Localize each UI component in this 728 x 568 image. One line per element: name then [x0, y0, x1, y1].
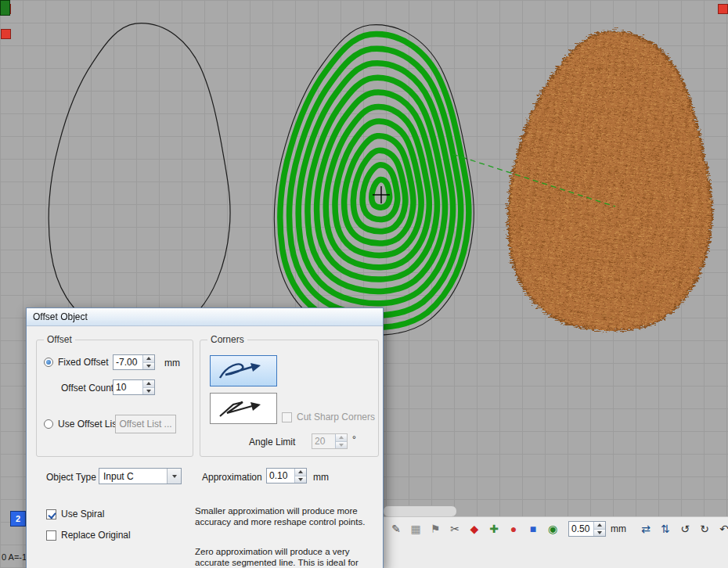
- rotate-ccw-icon[interactable]: ↺: [676, 520, 694, 537]
- radio-selected-icon: [44, 358, 53, 367]
- sharp-corner-icon: [216, 360, 271, 382]
- stitch-tools-group: ✎▦⚑✂◆✚●■◉: [387, 520, 561, 537]
- spin-up-icon[interactable]: [336, 434, 347, 441]
- blue-block-icon[interactable]: ■: [524, 520, 542, 537]
- rotate-left-45-icon[interactable]: ↶: [715, 520, 728, 537]
- checkbox-checked-icon: [46, 509, 56, 519]
- spin-down-icon[interactable]: [143, 362, 154, 370]
- red-stop-icon[interactable]: ◆: [466, 520, 483, 537]
- pencil-edit-icon[interactable]: ✎: [387, 520, 405, 537]
- cut-sharp-corners-checkbox[interactable]: Cut Sharp Corners: [282, 412, 375, 422]
- stitch-grid-icon[interactable]: ▦: [407, 520, 424, 537]
- fixed-offset-radio[interactable]: Fixed Offset: [44, 357, 108, 368]
- color-swatch-2[interactable]: 2: [10, 511, 26, 527]
- angle-limit-spinner[interactable]: [312, 433, 348, 449]
- checkbox-unchecked-icon: [46, 530, 56, 541]
- stitched-object[interactable]: [506, 30, 710, 329]
- spin-down-icon[interactable]: [143, 387, 154, 395]
- flag-function-icon[interactable]: ⚑: [427, 520, 444, 537]
- approximation-input[interactable]: [267, 469, 294, 483]
- transform-tools-group: ⇄⇅↺↻↶↷: [637, 520, 728, 537]
- bottom-toolbar: ✎▦⚑✂◆✚●■◉ mm ⇄⇅↺↻↶↷: [382, 516, 728, 568]
- use-spiral-label: Use Spiral: [61, 509, 104, 519]
- cut-corner-icon: [216, 397, 271, 419]
- embroidery-app-window: 2 0 A=-14 ✎▦⚑✂◆✚●■◉ mm ⇄⇅↺↻↶↷ Offset Obj…: [0, 0, 728, 568]
- spiral-offset-object[interactable]: [274, 25, 474, 336]
- spin-up-icon[interactable]: [143, 380, 154, 387]
- approximation-note: Smaller approximation will produce more …: [195, 505, 377, 528]
- spin-down-icon[interactable]: [295, 476, 306, 484]
- start-point-icon[interactable]: ◉: [544, 520, 561, 537]
- use-offset-list-radio[interactable]: Use Offset List: [44, 419, 119, 430]
- fixed-offset-spinner[interactable]: [113, 354, 155, 370]
- angle-limit-input[interactable]: [312, 434, 335, 448]
- spin-down-icon[interactable]: [336, 441, 347, 449]
- angle-limit-label: Angle Limit: [249, 437, 295, 448]
- approximation-spinner[interactable]: [266, 468, 307, 484]
- use-spiral-checkbox[interactable]: Use Spiral: [46, 509, 104, 519]
- radio-unselected-icon: [44, 419, 53, 429]
- mirror-vertical-icon[interactable]: ⇅: [657, 520, 674, 537]
- chevron-down-icon[interactable]: [167, 469, 181, 484]
- spin-down-icon[interactable]: [594, 529, 605, 537]
- corners-group-caption: Corners: [207, 334, 247, 345]
- offset-list-button[interactable]: Offset List ...: [115, 415, 176, 433]
- nudge-size-input[interactable]: [569, 522, 593, 536]
- color-swatch-green[interactable]: [0, 0, 10, 16]
- spin-up-icon[interactable]: [295, 469, 306, 476]
- object-type-value: Input C: [99, 469, 167, 484]
- offset-count-label: Offset Count: [61, 383, 114, 394]
- object-type-label: Object Type: [46, 472, 96, 483]
- replace-original-label: Replace Original: [61, 530, 131, 541]
- zero-approximation-note: Zero approximation will produce a very a…: [195, 546, 377, 568]
- offset-object-dialog: Offset Object Offset Fixed Offset mm Off…: [26, 307, 384, 568]
- outline-object[interactable]: [49, 23, 230, 336]
- nudge-size-unit: mm: [611, 523, 626, 534]
- rotate-cw-icon[interactable]: ↻: [696, 520, 713, 537]
- angle-limit-unit: °: [352, 434, 356, 445]
- offset-group-caption: Offset: [44, 334, 75, 345]
- cut-sharp-corners-label: Cut Sharp Corners: [297, 412, 375, 422]
- fixed-offset-label: Fixed Offset: [58, 357, 108, 368]
- offset-count-input[interactable]: [114, 380, 142, 394]
- nudge-size-spinner[interactable]: [568, 521, 606, 537]
- spin-up-icon[interactable]: [594, 522, 605, 529]
- fixed-offset-unit: mm: [164, 358, 180, 368]
- sharp-corner-button[interactable]: [210, 355, 277, 386]
- tie-in-icon[interactable]: ✚: [485, 520, 503, 537]
- offset-count-spinner[interactable]: [113, 379, 155, 395]
- cut-corner-button[interactable]: [210, 393, 277, 424]
- scissors-trim-icon[interactable]: ✂: [446, 520, 463, 537]
- dialog-titlebar[interactable]: Offset Object: [27, 308, 383, 326]
- horizontal-scrollbar[interactable]: [383, 505, 457, 517]
- replace-original-checkbox[interactable]: Replace Original: [46, 530, 131, 541]
- spin-up-icon[interactable]: [143, 355, 154, 362]
- checkbox-unchecked-icon: [282, 412, 292, 422]
- object-type-dropdown[interactable]: Input C: [99, 468, 182, 484]
- red-node-icon[interactable]: ●: [505, 520, 522, 537]
- approximation-label: Approximation: [202, 472, 262, 483]
- dialog-title: Offset Object: [33, 311, 88, 322]
- approximation-unit: mm: [313, 472, 329, 483]
- red-marker-icon: [1, 29, 11, 39]
- red-marker-icon: [718, 4, 728, 14]
- mirror-horizontal-icon[interactable]: ⇄: [637, 520, 654, 537]
- use-offset-list-label: Use Offset List: [58, 419, 119, 430]
- fixed-offset-input[interactable]: [114, 355, 142, 369]
